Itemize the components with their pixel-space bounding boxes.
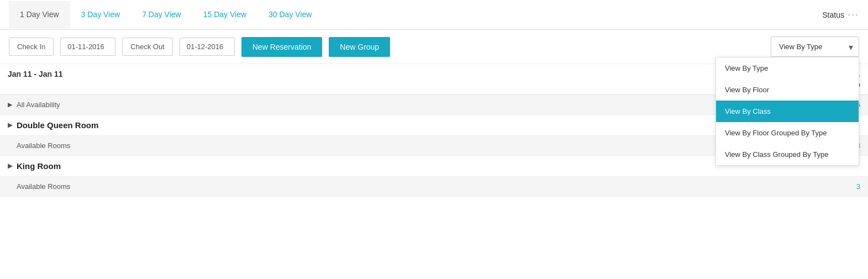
grid-header-label: Jan 11 - Jan 11: [0, 64, 111, 94]
check-out-button[interactable]: Check Out: [122, 38, 172, 56]
king-room-avail-label: Available Rooms: [0, 177, 111, 196]
new-reservation-button[interactable]: New Reservation: [241, 37, 323, 57]
check-in-date[interactable]: 01-11-2016: [60, 38, 115, 56]
all-availability-label[interactable]: ▶ All Availability: [0, 95, 111, 114]
dropdown-item-view-by-floor-grouped[interactable]: View By Floor Grouped By Type: [716, 122, 859, 144]
double-queen-avail-label: Available Rooms: [0, 136, 111, 155]
status-area: Status ···: [822, 9, 859, 20]
king-room-label[interactable]: ▶ King Room: [0, 156, 111, 176]
view-select-button[interactable]: View By Type: [771, 36, 859, 57]
table-row: Available Rooms 3: [0, 177, 868, 197]
dropdown-item-view-by-floor[interactable]: View By Floor: [716, 79, 859, 101]
tab-7day[interactable]: 7 Day View: [131, 1, 192, 29]
dropdown-item-view-by-class-grouped[interactable]: View By Class Grouped By Type: [716, 144, 859, 165]
new-group-button[interactable]: New Group: [329, 37, 390, 57]
king-room-avail-spacer: [111, 177, 824, 196]
status-dots-icon[interactable]: ···: [848, 9, 859, 20]
tab-15day[interactable]: 15 Day View: [192, 1, 257, 29]
expand-icon: ▶: [8, 122, 12, 129]
top-nav: 1 Day View 3 Day View 7 Day View 15 Day …: [0, 0, 868, 30]
double-queen-label[interactable]: ▶ Double Queen Room: [0, 115, 111, 135]
check-in-button[interactable]: Check In: [9, 38, 54, 56]
king-room-avail-value: 3: [824, 177, 868, 196]
dropdown-item-view-by-class[interactable]: View By Class: [716, 101, 859, 122]
view-dropdown-menu: View By Type View By Floor View By Class…: [716, 57, 859, 166]
tab-1day[interactable]: 1 Day View: [9, 1, 70, 29]
check-out-date[interactable]: 01-12-2016: [180, 38, 235, 56]
status-label: Status: [822, 10, 844, 19]
tab-30day[interactable]: 30 Day View: [257, 1, 323, 29]
dropdown-item-view-by-type[interactable]: View By Type: [716, 57, 859, 79]
expand-icon: ▶: [8, 101, 12, 108]
toolbar: Check In 01-11-2016 Check Out 01-12-2016…: [0, 30, 868, 64]
view-select-wrapper: View By Type View By Type View By Floor …: [771, 36, 859, 57]
tab-3day[interactable]: 3 Day View: [70, 1, 131, 29]
expand-icon: ▶: [8, 162, 12, 170]
